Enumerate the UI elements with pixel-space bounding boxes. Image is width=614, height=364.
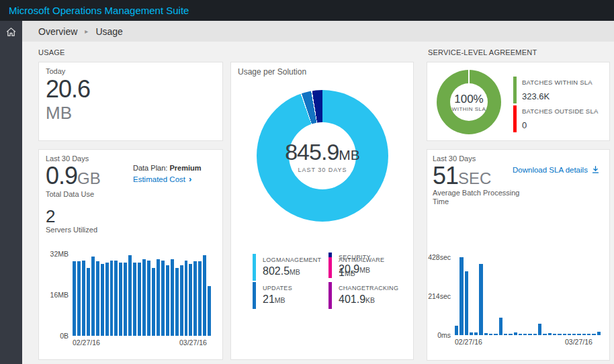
legend-label-updates: UPDATES <box>263 285 292 291</box>
legend-chip-changetracking <box>328 282 332 309</box>
legend-chip-batches-within <box>513 77 517 103</box>
sla-batch-tile[interactable]: Last 30 Days 51SEC Average Batch Process… <box>427 149 610 361</box>
usage-per-solution-donut: 845.9MB LAST 30 DAYS <box>257 90 388 222</box>
usage-chart-ytick-32mb: 32MB <box>40 250 69 258</box>
usage-donut-center: 845.9MB LAST 30 DAYS <box>289 122 356 189</box>
breadcrumb-usage[interactable]: Usage <box>95 26 122 37</box>
legend-chip-batches-outside <box>513 105 517 132</box>
legend-chip-updates <box>253 282 256 309</box>
usage-chart-ytick-16mb: 16MB <box>40 291 69 299</box>
usage-chart-ytick-0b: 0B <box>40 332 69 340</box>
sla-chart-date-start: 02/27/16 <box>455 338 482 346</box>
sla-donut-tile[interactable]: 100% WITHIN SLA BATCHES WITHIN SLA 323.6… <box>427 62 610 141</box>
sla-chart-ytick-0: 0ms <box>423 331 451 339</box>
data-plan-line: Data Plan: Premium <box>133 164 202 172</box>
sla-percent: 100% <box>454 93 483 106</box>
avg-batch-value: 51SEC <box>433 162 491 190</box>
estimated-cost-link[interactable]: Estimated Cost › <box>133 174 191 184</box>
breadcrumb: Overview ▸ Usage <box>22 21 614 42</box>
usage-donut-caption: LAST 30 DAYS <box>298 167 347 173</box>
servers-utilized-caption: Servers Utilized <box>46 226 97 234</box>
legend-label-batches-outside: BATCHES OUTSIDE SLA <box>522 107 598 115</box>
legend-label-batches-within: BATCHES WITHIN SLA <box>522 79 593 86</box>
legend-value-logmanagement: 802.5MB <box>263 265 300 277</box>
total-data-unit: GB <box>77 169 101 187</box>
left-rail <box>0 21 22 364</box>
sla-chart-ytick-428: 428sec <box>423 253 451 261</box>
sla-chart-date-end: 03/27/16 <box>565 338 593 346</box>
home-icon[interactable] <box>5 26 17 40</box>
app-header: Microsoft Operations Management Suite <box>0 0 614 21</box>
servers-utilized-value: 2 <box>46 206 55 227</box>
usage-chart-date-end: 03/27/16 <box>179 338 207 347</box>
legend-label-security: SECURITY <box>339 254 371 261</box>
breadcrumb-separator-icon: ▸ <box>85 28 88 35</box>
today-tile-title: Today <box>46 67 65 75</box>
last30-usage-tile[interactable]: Last 30 Days 0.9GB Total Data Use Data P… <box>38 149 223 360</box>
today-usage-value: 20.6 <box>46 75 90 103</box>
dashboard-body: USAGE Today 20.6 MB Last 30 Days 0.9GB T… <box>22 42 614 364</box>
sla-chart-ytick-214: 214sec <box>423 292 451 300</box>
total-data-caption: Total Data Use <box>46 190 94 199</box>
legend-chip-antimalware <box>328 257 332 278</box>
sla-percent-caption: WITHIN SLA <box>452 106 486 112</box>
legend-value-batches-within: 323.6K <box>522 91 550 101</box>
total-data-value: 0.9GB <box>46 162 101 190</box>
legend-chip-logmanagement <box>253 254 256 281</box>
legend-value-security: 20.9MB <box>339 263 370 275</box>
sla-donut: 100% WITHIN SLA <box>437 70 501 134</box>
legend-label-changetracking: CHANGETRACKING <box>339 285 398 291</box>
oms-dashboard: Microsoft Operations Management Suite Ov… <box>0 0 614 364</box>
data-plan-value: Premium <box>169 164 201 172</box>
usage-donut-total: 845.9MB <box>285 139 360 165</box>
app-title: Microsoft Operations Management Suite <box>0 0 614 21</box>
legend-value-changetracking: 401.9KB <box>339 293 375 306</box>
download-sla-link[interactable]: Download SLA details <box>513 165 600 174</box>
sla-batch-bar-chart <box>455 257 601 335</box>
breadcrumb-overview[interactable]: Overview <box>38 26 77 37</box>
usage-daily-bar-chart <box>73 254 211 336</box>
usage-per-solution-tile[interactable]: Usage per Solution 845.9MB LAST 30 DAYS … <box>230 62 414 360</box>
legend-value-batches-outside: 0 <box>522 120 527 130</box>
chevron-right-icon: › <box>189 174 191 184</box>
usage-chart-date-start: 02/27/16 <box>73 338 100 347</box>
today-usage-tile[interactable]: Today 20.6 MB <box>38 62 223 141</box>
avg-batch-caption: Average Batch Processing Time <box>433 189 523 206</box>
legend-label-logmanagement: LOGMANAGEMENT <box>263 257 321 263</box>
download-icon <box>591 165 600 174</box>
sla-donut-center: 100% WITHIN SLA <box>450 83 488 121</box>
legend-value-updates: 21MB <box>263 293 286 306</box>
avg-batch-unit: SEC <box>458 169 491 187</box>
sla-section-label: SERVICE-LEVEL AGREEMENT <box>428 48 537 56</box>
solution-tile-title: Usage per Solution <box>238 67 306 77</box>
today-usage-unit: MB <box>46 103 72 124</box>
usage-section-label: USAGE <box>38 48 65 56</box>
